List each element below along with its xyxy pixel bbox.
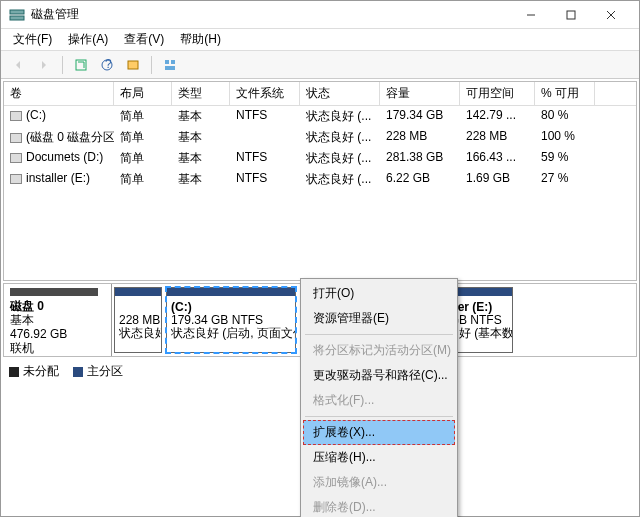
toolbar: ? (1, 51, 639, 79)
svg-rect-0 (10, 10, 24, 14)
disk-size: 476.92 GB (10, 327, 105, 341)
svg-rect-3 (567, 11, 575, 19)
menu-action[interactable]: 操作(A) (62, 29, 114, 50)
partition[interactable]: (C:)179.34 GB NTFS状态良好 (启动, 页面文件, 故障 (166, 287, 296, 353)
menu-view[interactable]: 查看(V) (118, 29, 170, 50)
ctx-shrink[interactable]: 压缩卷(H)... (303, 445, 455, 470)
table-row[interactable]: (C:)简单基本NTFS状态良好 (...179.34 GB142.79 ...… (4, 106, 636, 127)
disk-label: 磁盘 0 (10, 299, 44, 313)
svg-rect-12 (165, 66, 175, 70)
col-type[interactable]: 类型 (172, 82, 230, 105)
action-icon[interactable] (122, 54, 144, 76)
ctx-explore[interactable]: 资源管理器(E) (303, 306, 455, 331)
ctx-open[interactable]: 打开(O) (303, 281, 455, 306)
help-icon[interactable]: ? (96, 54, 118, 76)
close-button[interactable] (591, 3, 631, 27)
partition[interactable]: 228 MB状态良好 (E (114, 287, 162, 353)
col-capacity[interactable]: 容量 (380, 82, 460, 105)
ctx-format: 格式化(F)... (303, 388, 455, 413)
forward-button[interactable] (33, 54, 55, 76)
table-row[interactable]: (磁盘 0 磁盘分区 1)简单基本状态良好 (...228 MB228 MB10… (4, 127, 636, 148)
context-menu: 打开(O) 资源管理器(E) 将分区标记为活动分区(M) 更改驱动器号和路径(C… (300, 278, 458, 517)
menu-file[interactable]: 文件(F) (7, 29, 58, 50)
disk-status: 联机 (10, 341, 105, 355)
volume-list: 卷 布局 类型 文件系统 状态 容量 可用空间 % 可用 (C:)简单基本NTF… (3, 81, 637, 281)
svg-rect-10 (165, 60, 169, 64)
table-row[interactable]: installer (E:)简单基本NTFS状态良好 (...6.22 GB1.… (4, 169, 636, 190)
ctx-extend[interactable]: 扩展卷(X)... (303, 420, 455, 445)
app-icon (9, 7, 25, 23)
window-title: 磁盘管理 (31, 6, 511, 23)
menu-help[interactable]: 帮助(H) (174, 29, 227, 50)
table-row[interactable]: Documets (D:)简单基本NTFS状态良好 (...281.38 GB1… (4, 148, 636, 169)
svg-text:?: ? (105, 58, 112, 71)
col-free[interactable]: 可用空间 (460, 82, 535, 105)
col-layout[interactable]: 布局 (114, 82, 172, 105)
svg-rect-11 (171, 60, 175, 64)
disk-info[interactable]: 磁盘 0 基本 476.92 GB 联机 (4, 284, 112, 356)
col-volume[interactable]: 卷 (4, 82, 114, 105)
col-fs[interactable]: 文件系统 (230, 82, 300, 105)
menubar: 文件(F) 操作(A) 查看(V) 帮助(H) (1, 29, 639, 51)
col-status[interactable]: 状态 (300, 82, 380, 105)
disk-type: 基本 (10, 313, 105, 327)
minimize-button[interactable] (511, 3, 551, 27)
ctx-change[interactable]: 更改驱动器号和路径(C)... (303, 363, 455, 388)
legend-primary: 主分区 (87, 364, 123, 378)
view-icon[interactable] (159, 54, 181, 76)
ctx-active: 将分区标记为活动分区(M) (303, 338, 455, 363)
col-pct[interactable]: % 可用 (535, 82, 595, 105)
svg-rect-9 (128, 61, 138, 69)
svg-rect-1 (10, 16, 24, 20)
refresh-icon[interactable] (70, 54, 92, 76)
back-button[interactable] (7, 54, 29, 76)
ctx-delete: 删除卷(D)... (303, 495, 455, 517)
ctx-mirror: 添加镜像(A)... (303, 470, 455, 495)
maximize-button[interactable] (551, 3, 591, 27)
legend-unalloc: 未分配 (23, 364, 59, 378)
